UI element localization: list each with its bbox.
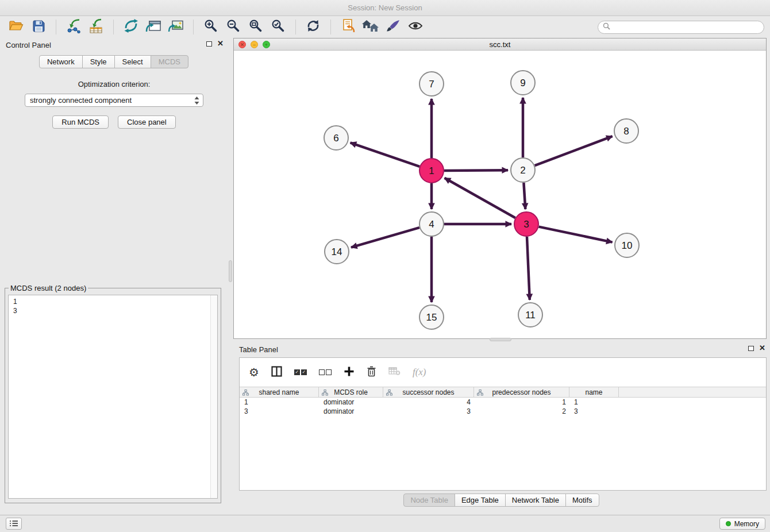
tab-network[interactable]: Network [39,55,83,68]
tab-select[interactable]: Select [114,55,151,68]
window-minimize-icon[interactable]: − [251,41,258,48]
cell-successor-nodes: 4 [383,398,474,407]
delete-table-button-disabled [388,367,401,378]
graph-edge-4-14[interactable] [351,228,419,248]
search-box[interactable] [598,21,764,34]
zoom-out-icon [226,19,240,35]
import-table-button[interactable] [86,18,106,36]
delete-table-icon [388,367,401,378]
list-icon [9,519,18,529]
graph-edge-3-10[interactable] [539,227,613,242]
toolbar-separator [56,20,56,34]
close-panel-icon[interactable]: ✕ [217,40,224,47]
horizontal-splitter-handle[interactable] [490,338,511,341]
app-titlebar: Session: New Session [0,0,770,16]
zoom-in-button[interactable] [201,18,221,36]
column-header-mcds-role[interactable]: MCDS role [319,387,383,397]
network-share-button[interactable] [121,18,141,36]
select-all-button[interactable]: ✓✓ [294,369,307,375]
table-settings-button[interactable]: ⚙ [249,367,259,378]
cell-successor-nodes: 3 [383,407,474,416]
graph-node-label-10: 10 [622,240,633,251]
graph-node-label-15: 15 [426,312,437,323]
table-panel: Table Panel ✕ ⚙ ✓✓ [233,342,770,510]
zoom-out-button[interactable] [223,18,244,36]
memory-status-icon [726,521,731,526]
graph-edge-1-2[interactable] [444,170,508,171]
graph-edge-2-8[interactable] [535,136,613,165]
zoom-selected-button[interactable] [268,18,288,36]
control-panel-tabs: Network Style Select MCDS [0,55,228,68]
zoom-fit-button[interactable] [245,18,266,36]
sort-icon [477,390,483,398]
memory-button[interactable]: Memory [719,518,765,530]
cell-mcds-role: dominator [319,407,383,416]
column-header-name[interactable]: name [569,387,619,397]
mcds-result-box: 1 3 [8,295,218,499]
table-row[interactable]: 3 dominator 3 2 3 [240,407,766,416]
tab-style[interactable]: Style [82,55,115,68]
float-panel-icon[interactable] [748,346,754,351]
paste-style-button[interactable] [338,18,359,36]
graph-node-label-14: 14 [332,246,342,257]
table-row[interactable]: 1 dominator 4 1 1 [240,398,766,407]
window-maximize-icon[interactable]: + [263,41,270,48]
eye-icon [408,20,423,34]
float-panel-icon[interactable] [206,41,212,47]
cell-predecessor-nodes: 1 [474,398,569,407]
column-header-predecessor-nodes[interactable]: predecessor nodes [474,387,569,397]
graph-node-label-2: 2 [520,165,525,176]
sort-icon [386,390,392,398]
tab-motifs[interactable]: Motifs [565,494,599,507]
graph-edge-2-3[interactable] [523,183,525,209]
tab-network-table[interactable]: Network Table [505,494,566,507]
column-header-successor-nodes[interactable]: successor nodes [383,387,474,397]
cell-name: 3 [569,407,619,416]
show-columns-button[interactable] [271,366,282,379]
home-button[interactable] [360,18,381,36]
criterion-select[interactable]: strongly connected component [25,94,203,107]
zoom-in-icon [204,19,218,35]
save-icon [32,20,45,35]
save-session-button[interactable] [28,18,49,36]
column-header-shared-name[interactable]: shared name [240,387,319,397]
window-close-icon[interactable]: ✕ [238,41,246,48]
cell-mcds-role: dominator [319,398,383,407]
function-builder-button-disabled: f(x) [413,367,426,378]
graph-edge-3-11[interactable] [527,237,530,300]
delete-column-button[interactable] [367,366,376,379]
show-graphics-button[interactable] [405,18,426,36]
search-icon [603,22,610,32]
close-panel-button[interactable]: Close panel [118,115,176,129]
refresh-button[interactable] [303,18,324,36]
import-network-button[interactable] [63,18,84,36]
network-graph[interactable]: 7968124314101511 [234,51,766,338]
checked-boxes-icon: ✓✓ [294,369,307,375]
close-panel-icon[interactable]: ✕ [759,345,765,352]
brush-button[interactable] [383,18,403,36]
tab-mcds[interactable]: MCDS [151,55,188,68]
add-column-button[interactable] [344,366,355,379]
export-image-button[interactable] [165,18,186,36]
sort-icon [322,390,328,398]
unchecked-boxes-icon [319,369,332,375]
status-list-button[interactable] [6,518,22,530]
graph-node-label-8: 8 [623,126,629,137]
tab-node-table[interactable]: Node Table [403,494,455,507]
run-mcds-button[interactable]: Run MCDS [52,115,109,129]
graph-edge-1-6[interactable] [351,142,420,167]
table-toolbar: ⚙ ✓✓ [240,358,766,387]
search-input[interactable] [613,23,759,32]
tab-edge-table[interactable]: Edge Table [455,494,506,507]
status-bar: Memory [0,515,770,532]
graph-node-label-9: 9 [520,78,525,88]
graph-edge-3-1[interactable] [445,178,515,218]
window-view-button[interactable] [143,18,164,36]
vertical-splitter-handle[interactable] [229,260,232,282]
network-window-titlebar: ✕ − + scc.txt [234,38,766,51]
result-scrollbar[interactable] [210,295,217,498]
table-panel-header: Table Panel ✕ [233,342,770,356]
deselect-all-button[interactable] [319,369,332,375]
open-session-button[interactable] [6,18,26,36]
refresh-icon [306,19,321,35]
